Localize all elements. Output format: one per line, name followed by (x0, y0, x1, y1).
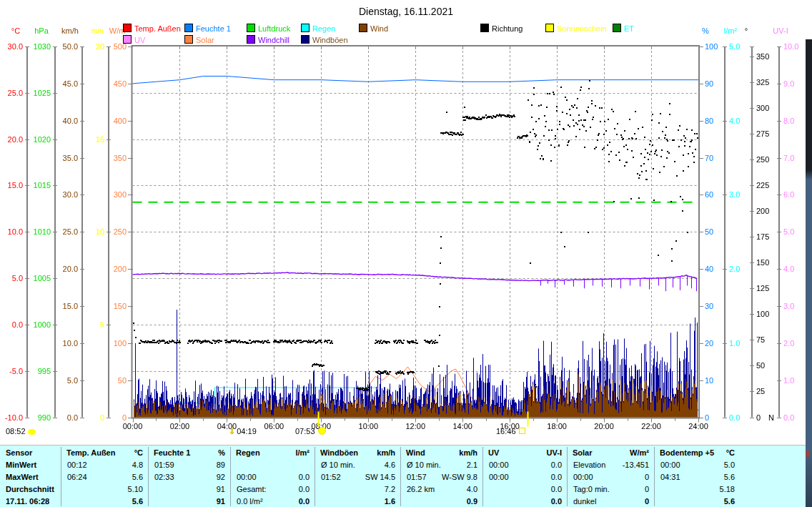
table-cell: 0.0 (488, 460, 562, 470)
legend-label: UV (134, 36, 145, 44)
table-cell: MaxWert (6, 472, 39, 482)
legend-label: Windböen (312, 36, 348, 44)
moonset-annotation: 08:52 (6, 427, 36, 438)
legend-label: Solar (196, 36, 214, 44)
summary-table: SensorMinWertMaxWertDurchschnitt17.11. 0… (0, 445, 806, 507)
legend-label: Windchill (258, 36, 289, 44)
legend-color-box (247, 35, 255, 44)
legend-item-et: ET (613, 24, 634, 32)
moonrise-time: 04:19 (237, 427, 257, 435)
table-cell: 0.9 (406, 496, 477, 506)
table-cell: °C (66, 448, 143, 458)
table-cell: 5.0 (660, 460, 735, 470)
table-separator (567, 447, 568, 506)
legend-color-box (545, 24, 554, 32)
table-separator (654, 447, 655, 506)
legend-color-box (359, 24, 367, 32)
legend-label: Feuchte 1 (196, 24, 231, 33)
legend-item-uv: UV (123, 35, 145, 44)
table-cell: °C (660, 448, 735, 458)
chart-title: Dienstag, 16.11.2021 (0, 6, 812, 17)
table-cell: 0 (573, 484, 649, 494)
table-cell: 0.0 (488, 472, 562, 482)
table-cell: 4.6 (320, 460, 395, 470)
legend-color-box (123, 35, 132, 44)
legend-color-box (480, 24, 489, 32)
moonset-time: 08:52 (6, 427, 26, 435)
legend-item-sonnenschein: Sonnenschein (545, 24, 607, 32)
table-cell: W/m² (573, 448, 649, 458)
table-cell: 5.6 (660, 496, 735, 506)
table-cell: 91 (154, 484, 225, 494)
table-cell: W-SW 9.8 (406, 472, 477, 482)
table-cell: 5.10 (66, 484, 143, 494)
table-cell: 5.18 (660, 484, 735, 494)
table-cell: 1.6 (320, 496, 395, 506)
legend-item-solar: Solar (184, 35, 214, 44)
table-cell: -13.451 (573, 460, 649, 470)
legend-item-temp-au-en: Temp. Außen (123, 24, 181, 32)
table-cell: 0 (573, 472, 649, 482)
table-cell: 0.0 (488, 496, 562, 506)
table-separator (148, 447, 149, 506)
table-cell: 0.0 (236, 472, 310, 482)
legend-item-richtung: Richtung (480, 24, 523, 32)
table-cell: UV-I (488, 448, 562, 458)
table-cell: % (154, 448, 225, 458)
legend-item-wind: Wind (359, 24, 388, 32)
table-cell: 5.6 (66, 496, 143, 506)
table-cell: km/h (320, 448, 395, 458)
weather-chart-app: Dienstag, 16.11.2021 Temp. AußenFeuchte … (0, 0, 812, 507)
table-cell: 5.6 (66, 472, 143, 482)
table-cell: 91 (154, 496, 225, 506)
table-cell: Sensor (6, 448, 32, 458)
table-cell: 0.0 (236, 496, 310, 506)
sunset-annotation: 16:46 (496, 427, 525, 438)
moon-icon (28, 429, 36, 435)
legend-label: ET (624, 24, 634, 33)
legend-color-box (301, 24, 310, 32)
table-cell: 17.11. 06:28 (6, 496, 49, 506)
window-strip-detail (806, 451, 809, 457)
legend-item-windchill: Windchill (247, 35, 289, 44)
legend-color-box (123, 24, 132, 32)
table-cell: SW 14.5 (320, 472, 395, 482)
legend-color-box (184, 35, 193, 44)
table-cell: 4.0 (406, 484, 477, 494)
moonrise-annotation: ⇓04:19 (229, 427, 257, 438)
table-separator (61, 447, 61, 506)
legend-item-windb-en: Windböen (301, 35, 348, 44)
legend-label: Luftdruck (258, 24, 290, 33)
sunrise-annotation: 07:53 (295, 427, 326, 438)
table-separator (315, 447, 315, 506)
legend-label: Regen (312, 24, 335, 33)
table-cell: 0.0 (236, 484, 310, 494)
legend-label: Sonnenschein (557, 24, 607, 33)
legend-color-box (613, 24, 621, 32)
legend-color-box (184, 24, 193, 32)
table-cell: 92 (154, 472, 225, 482)
table-cell: Durchschnitt (6, 484, 54, 494)
sunset-time: 16:46 (496, 427, 516, 435)
background-window-strip (806, 39, 812, 507)
table-cell: 2.1 (406, 460, 477, 470)
arrow-down-icon: ⇓ (229, 427, 235, 435)
table-cell: 0 (573, 496, 649, 506)
legend-item-feuchte-1: Feuchte 1 (184, 24, 231, 32)
table-separator (230, 447, 231, 506)
legend-label: Richtung (492, 24, 523, 33)
table-cell: 89 (154, 460, 225, 470)
table-cell: 5.6 (660, 472, 735, 482)
legend-item-luftdruck: Luftdruck (247, 24, 290, 32)
table-cell: MinWert (6, 460, 36, 470)
table-cell: 7.2 (320, 484, 395, 494)
table-cell: 0.0 (488, 484, 562, 494)
sun-icon (318, 427, 326, 435)
sunrise-time: 07:53 (295, 427, 315, 435)
legend-item-regen: Regen (301, 24, 335, 32)
table-separator (400, 447, 401, 506)
table-separator (482, 447, 483, 506)
table-cell: km/h (406, 448, 477, 458)
legend-color-box (301, 35, 310, 44)
table-cell: l/m² (236, 448, 310, 458)
